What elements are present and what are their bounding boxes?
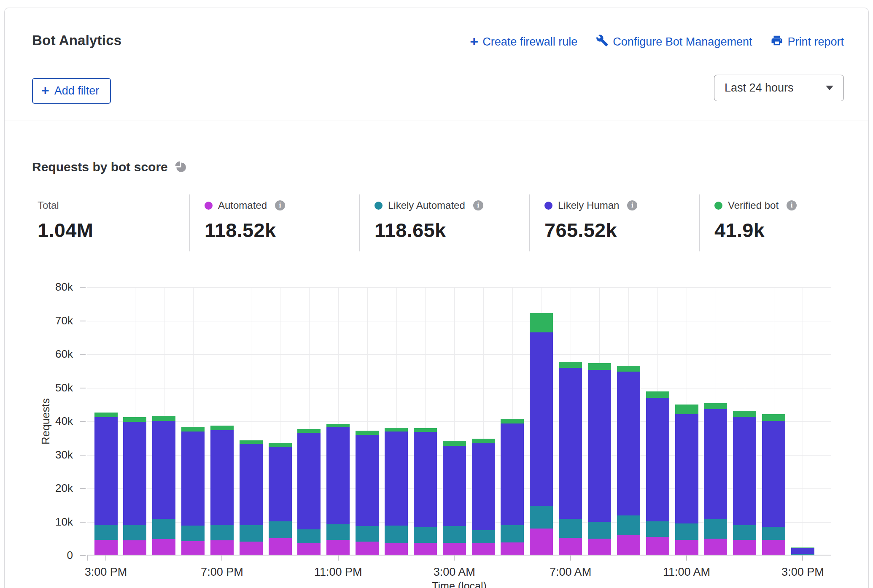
bar-segment-verified-bot[interactable] — [181, 427, 205, 432]
bar-100am[interactable] — [385, 287, 408, 556]
bar-segment-likely-human[interactable] — [501, 423, 524, 525]
bar-segment-likely-human[interactable] — [297, 433, 321, 529]
bar-700pm[interactable] — [210, 287, 234, 556]
bar-segment-likely-automated[interactable] — [443, 526, 466, 543]
bar-500am[interactable] — [501, 287, 524, 556]
bar-segment-likely-human[interactable] — [646, 398, 669, 521]
bar-segment-automated[interactable] — [617, 535, 640, 556]
bar-segment-likely-human[interactable] — [762, 421, 785, 526]
bar-segment-likely-human[interactable] — [588, 370, 611, 521]
bar-800pm[interactable] — [240, 287, 263, 556]
bar-segment-likely-automated[interactable] — [675, 523, 698, 540]
bar-segment-automated[interactable] — [181, 541, 205, 556]
bar-segment-likely-human[interactable] — [240, 444, 263, 525]
bar-segment-likely-automated[interactable] — [414, 527, 437, 543]
bar-segment-likely-human[interactable] — [530, 332, 553, 505]
bar-segment-verified-bot[interactable] — [414, 428, 437, 432]
bar-segment-likely-human[interactable] — [123, 422, 146, 525]
bar-segment-likely-human[interactable] — [791, 548, 814, 554]
bar-segment-automated[interactable] — [675, 540, 698, 556]
bar-700am[interactable] — [559, 287, 582, 556]
bar-segment-verified-bot[interactable] — [443, 441, 466, 446]
bar-900am[interactable] — [617, 287, 640, 556]
bar-segment-likely-automated[interactable] — [181, 526, 205, 541]
bar-segment-likely-automated[interactable] — [210, 525, 234, 540]
bar-segment-likely-automated[interactable] — [269, 521, 292, 538]
bar-800am[interactable] — [588, 287, 611, 556]
bar-segment-automated[interactable] — [152, 539, 175, 556]
bar-segment-likely-human[interactable] — [472, 443, 495, 530]
bar-300pm[interactable] — [94, 287, 118, 556]
bar-segment-likely-automated[interactable] — [152, 519, 175, 539]
bar-segment-likely-automated[interactable] — [733, 525, 756, 539]
bar-segment-automated[interactable] — [733, 540, 756, 556]
bar-segment-automated[interactable] — [443, 543, 466, 556]
bar-segment-likely-automated[interactable] — [94, 525, 118, 540]
bar-segment-automated[interactable] — [414, 543, 437, 556]
bar-segment-verified-bot[interactable] — [646, 391, 669, 398]
bar-500pm[interactable] — [152, 287, 175, 556]
bar-600pm[interactable] — [181, 287, 205, 556]
bar-segment-automated[interactable] — [94, 540, 118, 556]
bar-segment-verified-bot[interactable] — [530, 313, 553, 332]
bar-segment-automated[interactable] — [530, 529, 553, 556]
bar-segment-likely-automated[interactable] — [123, 525, 146, 540]
bar-segment-automated[interactable] — [704, 539, 727, 556]
bar-segment-likely-human[interactable] — [704, 409, 727, 519]
bar-200pm[interactable] — [762, 287, 785, 556]
bar-400pm[interactable] — [123, 287, 146, 556]
bar-segment-likely-automated[interactable] — [385, 526, 408, 543]
bar-segment-likely-automated[interactable] — [559, 519, 582, 538]
bar-segment-likely-automated[interactable] — [704, 519, 727, 539]
bar-segment-likely-human[interactable] — [385, 432, 408, 526]
bar-1100am[interactable] — [675, 287, 698, 556]
bar-segment-likely-automated[interactable] — [530, 506, 553, 529]
bar-segment-likely-human[interactable] — [733, 417, 756, 526]
bar-segment-likely-human[interactable] — [94, 417, 118, 525]
bar-segment-likely-human[interactable] — [181, 432, 205, 526]
bar-segment-automated[interactable] — [210, 540, 234, 556]
bar-segment-likely-automated[interactable] — [240, 525, 263, 542]
bar-segment-verified-bot[interactable] — [326, 424, 350, 427]
bar-segment-likely-human[interactable] — [152, 421, 175, 519]
bar-segment-automated[interactable] — [588, 539, 611, 556]
bar-segment-automated[interactable] — [385, 543, 408, 556]
bar-segment-likely-human[interactable] — [617, 372, 640, 515]
bar-segment-likely-automated[interactable] — [588, 522, 611, 539]
bar-segment-automated[interactable] — [646, 537, 669, 556]
bar-segment-verified-bot[interactable] — [94, 413, 118, 417]
bar-segment-verified-bot[interactable] — [297, 429, 321, 433]
bar-segment-automated[interactable] — [472, 543, 495, 556]
bar-segment-verified-bot[interactable] — [588, 363, 611, 370]
bar-segment-automated[interactable] — [559, 538, 582, 556]
bar-segment-likely-automated[interactable] — [646, 521, 669, 537]
bar-400am[interactable] — [472, 287, 495, 556]
bar-segment-likely-human[interactable] — [443, 446, 466, 526]
bar-300am[interactable] — [443, 287, 466, 556]
bar-segment-verified-bot[interactable] — [791, 548, 814, 548]
bar-segment-verified-bot[interactable] — [123, 417, 146, 421]
bar-segment-verified-bot[interactable] — [356, 431, 379, 435]
bar-segment-verified-bot[interactable] — [501, 419, 524, 423]
bar-segment-likely-human[interactable] — [210, 430, 234, 524]
bar-segment-automated[interactable] — [501, 542, 524, 556]
bar-segment-verified-bot[interactable] — [385, 428, 408, 432]
bar-1200am[interactable] — [356, 287, 379, 556]
bar-segment-likely-automated[interactable] — [762, 527, 785, 540]
bar-segment-verified-bot[interactable] — [210, 426, 234, 430]
bar-100pm[interactable] — [733, 287, 756, 556]
bar-1200pm[interactable] — [704, 287, 727, 556]
bar-segment-verified-bot[interactable] — [733, 411, 756, 417]
bar-segment-likely-automated[interactable] — [297, 529, 321, 543]
bar-segment-automated[interactable] — [123, 540, 146, 556]
bar-segment-automated[interactable] — [269, 538, 292, 556]
bar-segment-automated[interactable] — [326, 540, 350, 556]
bar-segment-likely-human[interactable] — [675, 414, 698, 523]
bar-600am[interactable] — [530, 287, 553, 556]
bar-segment-verified-bot[interactable] — [675, 405, 698, 414]
bar-300pm[interactable] — [791, 287, 814, 556]
bar-segment-likely-human[interactable] — [414, 432, 437, 528]
bar-segment-likely-automated[interactable] — [501, 525, 524, 542]
bar-segment-verified-bot[interactable] — [704, 403, 727, 409]
bar-segment-likely-automated[interactable] — [326, 524, 350, 540]
